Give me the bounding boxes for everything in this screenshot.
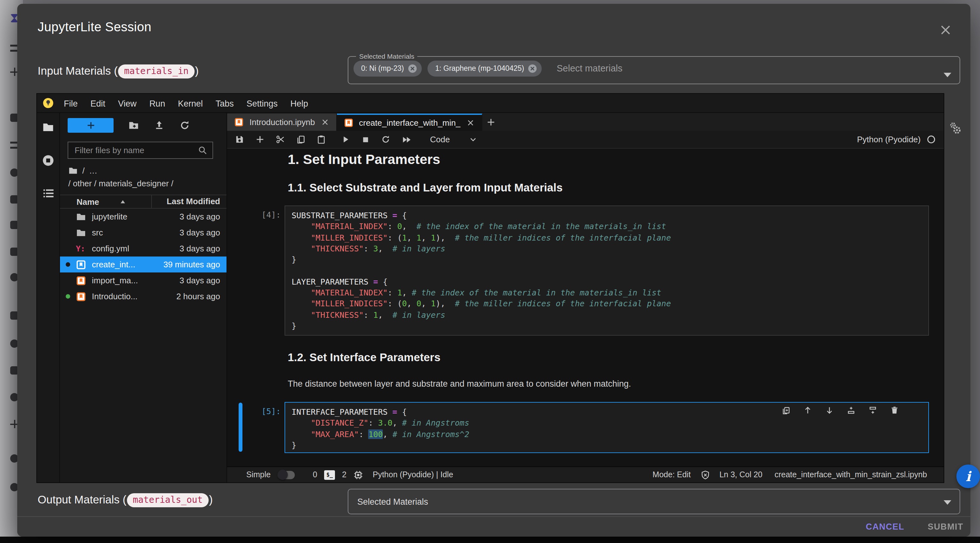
menu-kernel[interactable]: Kernel xyxy=(172,99,209,108)
menu-tabs[interactable]: Tabs xyxy=(209,99,240,108)
tab-introduction[interactable]: Introduction.ipynb xyxy=(227,113,337,131)
chip-delete-icon[interactable] xyxy=(408,64,417,73)
submit-button[interactable]: SUBMIT xyxy=(928,522,963,532)
material-chip-0[interactable]: 0: Ni (mp-23) xyxy=(353,60,422,76)
refresh-icon[interactable] xyxy=(179,120,190,131)
code-line: "DISTANCE_Z": 3.0, # in Angstroms xyxy=(291,417,928,429)
duplicate-cell-icon[interactable] xyxy=(781,406,791,415)
new-folder-icon[interactable] xyxy=(128,120,139,131)
menu-run[interactable]: Run xyxy=(143,99,172,108)
code-line: "MATERIAL_INDEX": 1, # the index of the … xyxy=(291,287,928,298)
chevron-down-icon[interactable] xyxy=(943,73,951,77)
info-button[interactable]: i xyxy=(956,465,980,488)
paste-cells-icon[interactable] xyxy=(317,135,326,144)
menu-edit[interactable]: Edit xyxy=(84,99,112,108)
menu-settings[interactable]: Settings xyxy=(240,99,284,108)
notebook-icon xyxy=(234,118,244,127)
filter-files-input[interactable] xyxy=(73,145,198,156)
menu-view[interactable]: View xyxy=(111,99,143,108)
screen: JupyterLite Session Input Materials (mat… xyxy=(0,0,980,543)
chevron-down-icon[interactable] xyxy=(469,135,477,143)
save-icon[interactable] xyxy=(235,135,244,144)
filter-files-box xyxy=(68,142,213,159)
tab-create-interface[interactable]: create_interface_with_min_ xyxy=(337,113,482,131)
close-tab-icon[interactable] xyxy=(466,119,474,127)
file-row-src[interactable]: src3 days ago xyxy=(60,225,226,240)
jupyter-menubar: FileEditViewRunKernelTabsSettingsHelp xyxy=(37,94,943,113)
restart-run-all-icon[interactable] xyxy=(401,134,412,145)
status-bar: Simple 0 $_ 2 Python (Pyodide) | Idle Mo… xyxy=(227,467,943,482)
simple-mode-toggle[interactable] xyxy=(278,471,295,479)
cursor-position[interactable]: Ln 3, Col 20 xyxy=(719,470,762,479)
cell-type-select[interactable]: Code xyxy=(430,135,450,144)
cut-cells-icon[interactable] xyxy=(275,135,285,144)
menu-file[interactable]: File xyxy=(57,99,84,108)
kernel-status-text[interactable]: Python (Pyodide) | Idle xyxy=(372,470,453,479)
home-folder-icon[interactable] xyxy=(68,166,78,175)
close-icon[interactable] xyxy=(939,23,953,37)
breadcrumb-ellipsis[interactable]: … xyxy=(89,166,97,175)
file-row-config-yml[interactable]: Y:config.yml3 days ago xyxy=(60,240,226,256)
file-row-introductio-[interactable]: Introductio...2 hours ago xyxy=(60,288,226,304)
add-cell-icon[interactable] xyxy=(255,135,265,144)
mode-indicator[interactable]: Mode: Edit xyxy=(653,470,691,479)
host-app-bottom-bar xyxy=(0,537,980,543)
file-modified: 39 minutes ago xyxy=(151,260,226,269)
tab-bar: Introduction.ipynb create_interface_with… xyxy=(227,113,943,131)
file-name: src xyxy=(92,228,151,237)
notebook-icon xyxy=(344,118,353,127)
file-name: jupyterlite xyxy=(92,212,151,221)
jupyterlab-frame: FileEditViewRunKernelTabsSettingsHelp xyxy=(37,93,944,483)
copy-cells-icon[interactable] xyxy=(296,135,305,144)
terminal-count[interactable]: 0 xyxy=(313,470,317,479)
markdown-h2-select-substrate: 1.1. Select Substrate and Layer from Inp… xyxy=(288,181,563,194)
move-cell-up-icon[interactable] xyxy=(803,406,812,415)
open-tabs-icon[interactable] xyxy=(43,188,54,199)
trust-shield-icon[interactable] xyxy=(700,470,710,479)
folder-icon xyxy=(76,212,86,222)
column-header-modified[interactable]: Last Modified xyxy=(151,195,226,208)
notebook-icon xyxy=(76,291,86,301)
code-cell-4[interactable]: SUBSTRATE_PARAMETERS = { "MATERIAL_INDEX… xyxy=(285,205,929,336)
move-cell-down-icon[interactable] xyxy=(825,406,834,415)
delete-cell-icon[interactable] xyxy=(890,406,899,415)
close-tab-icon[interactable] xyxy=(321,118,329,126)
new-tab-icon[interactable] xyxy=(482,113,500,131)
terminal-icon: $_ xyxy=(324,470,335,479)
status-filename[interactable]: create_interface_with_min_strain_zsl.ipy… xyxy=(775,470,927,479)
selected-materials-field[interactable]: Selected Materials 0: Ni (mp-23)1: Graph… xyxy=(348,53,960,84)
menu-help[interactable]: Help xyxy=(284,99,315,108)
material-chip-1[interactable]: 1: Graphene (mp-1040425) xyxy=(428,60,542,76)
run-cell-icon[interactable] xyxy=(341,135,350,144)
restart-kernel-icon[interactable] xyxy=(381,135,390,144)
selected-materials-chips: 0: Ni (mp-23)1: Graphene (mp-1040425)Sel… xyxy=(348,57,959,79)
new-launcher-button[interactable] xyxy=(68,118,114,133)
chip-label: 0: Ni (mp-23) xyxy=(361,64,404,72)
stop-kernel-icon[interactable] xyxy=(361,135,370,144)
running-sessions-icon[interactable] xyxy=(42,154,54,167)
cancel-button[interactable]: CANCEL xyxy=(866,522,904,532)
file-row-jupyterlite[interactable]: jupyterlite3 days ago xyxy=(60,209,226,225)
chevron-down-icon[interactable] xyxy=(943,500,951,505)
kernel-name[interactable]: Python (Pyodide) xyxy=(857,135,921,144)
kernel-status-icon[interactable] xyxy=(926,135,936,144)
insert-cell-below-icon[interactable] xyxy=(869,406,877,415)
file-row-create-int-[interactable]: create_int...39 minutes ago xyxy=(60,256,226,272)
kernel-chip-icon xyxy=(353,470,363,479)
select-materials-placeholder[interactable]: Select materials xyxy=(557,63,622,73)
file-browser-icon[interactable] xyxy=(42,121,54,133)
breadcrumb[interactable]: / … / other / materials_designer / xyxy=(68,166,219,188)
code-cell-5-active[interactable]: INTERFACE_PARAMETERS = { "DISTANCE_Z": 3… xyxy=(285,402,929,453)
file-modified: 3 days ago xyxy=(151,212,226,221)
settings-gears-icon[interactable] xyxy=(948,121,963,136)
output-materials-select[interactable]: Selected Materials xyxy=(348,489,960,514)
column-header-name[interactable]: Name xyxy=(60,197,151,206)
upload-icon[interactable] xyxy=(154,120,165,131)
insert-cell-above-icon[interactable] xyxy=(846,406,856,415)
file-modified: 3 days ago xyxy=(151,228,226,237)
file-name: Introductio... xyxy=(92,291,151,301)
kernel-count[interactable]: 2 xyxy=(342,470,347,479)
markdown-paragraph: The distance between layer and substrate… xyxy=(288,379,631,389)
chip-delete-icon[interactable] xyxy=(528,64,538,73)
file-row-import-ma-[interactable]: import_ma...3 days ago xyxy=(60,272,226,288)
